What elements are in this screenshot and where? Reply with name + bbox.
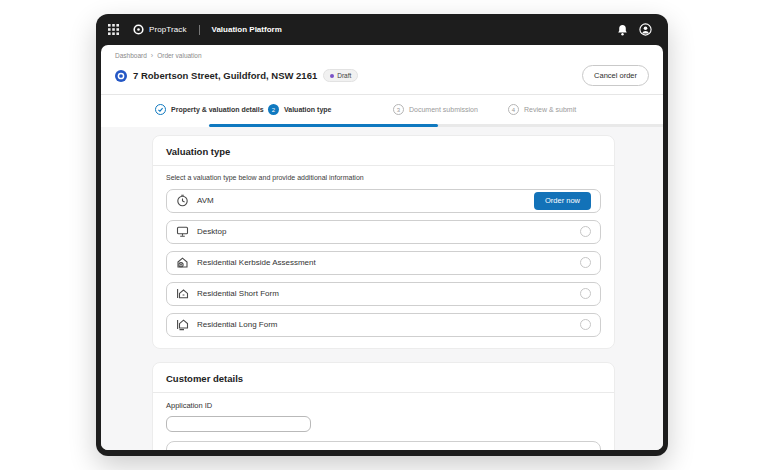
- clock-icon: [176, 194, 189, 207]
- order-header: 7 Robertson Street, Guildford, NSW 2161 …: [101, 62, 663, 94]
- breadcrumb-dashboard[interactable]: Dashboard: [115, 52, 147, 59]
- navbar-divider: [199, 25, 200, 35]
- proptrack-ring-icon: [133, 24, 144, 35]
- customer-card-title: Customer details: [166, 373, 601, 384]
- option-row-desktop[interactable]: Desktop: [166, 220, 601, 244]
- house-kerbside-icon: [176, 256, 189, 269]
- order-now-button[interactable]: Order now: [534, 192, 591, 210]
- step-label: Property & valuation details: [171, 106, 264, 113]
- option-label: Residential Long Form: [197, 320, 277, 329]
- option-row-avm[interactable]: AVM Order now: [166, 189, 601, 213]
- step-number: 2: [268, 104, 279, 115]
- status-badge: Draft: [323, 69, 358, 82]
- notifications-bell-icon[interactable]: [617, 24, 628, 36]
- step-review-submit[interactable]: 4 Review & submit: [508, 104, 576, 115]
- property-address: 7 Robertson Street, Guildford, NSW 2161: [133, 70, 317, 81]
- step-valuation-type[interactable]: 2 Valuation type: [268, 104, 393, 115]
- breadcrumb-order-valuation: Order valuation: [157, 52, 201, 59]
- page-content: Dashboard › Order valuation 7 Robertson …: [101, 45, 663, 450]
- valuation-type-card: Valuation type Select a valuation type b…: [152, 135, 615, 349]
- valuation-card-title: Valuation type: [166, 146, 601, 157]
- step-complete-check-icon: [155, 104, 166, 115]
- step-property-valuation-details[interactable]: Property & valuation details: [155, 104, 268, 115]
- option-label: Desktop: [197, 227, 226, 236]
- breadcrumb-separator: ›: [151, 52, 153, 59]
- option-row-residential-short-form[interactable]: Residential Short Form: [166, 282, 601, 306]
- card-divider: [153, 165, 614, 166]
- step-number: 4: [508, 104, 519, 115]
- desktop-icon: [176, 225, 189, 238]
- customer-details-card: Customer details Application ID First na…: [152, 362, 615, 451]
- option-label: Residential Short Form: [197, 289, 279, 298]
- app-title: Valuation Platform: [212, 25, 282, 34]
- step-document-submission[interactable]: 3 Document submission: [393, 104, 508, 115]
- option-radio[interactable]: [580, 257, 591, 268]
- wizard-stepper: Property & valuation details 2 Valuation…: [101, 95, 663, 127]
- status-badge-label: Draft: [337, 72, 351, 79]
- apps-grid-icon[interactable]: [108, 24, 119, 35]
- proptrack-logo[interactable]: PropTrack: [133, 24, 187, 35]
- option-radio[interactable]: [580, 288, 591, 299]
- application-id-input[interactable]: [166, 416, 311, 432]
- property-pin-icon: [115, 70, 127, 82]
- option-label: Residential Kerbside Assessment: [197, 258, 316, 267]
- main-area: Valuation type Select a valuation type b…: [101, 127, 663, 451]
- user-avatar-icon[interactable]: [639, 23, 652, 36]
- house-long-form-icon: [176, 318, 189, 331]
- option-row-residential-long-form[interactable]: Residential Long Form: [166, 313, 601, 337]
- option-row-residential-kerbside[interactable]: Residential Kerbside Assessment: [166, 251, 601, 275]
- option-label: AVM: [197, 196, 214, 205]
- valuation-card-subtitle: Select a valuation type below and provid…: [166, 174, 601, 181]
- customer-name-group: First name* Last name* Preferred contact…: [166, 441, 601, 450]
- option-radio[interactable]: [580, 226, 591, 237]
- app-window: PropTrack Valuation Platform D: [96, 14, 668, 456]
- cancel-order-button[interactable]: Cancel order: [582, 65, 649, 86]
- option-radio[interactable]: [580, 319, 591, 330]
- top-navbar: PropTrack Valuation Platform: [101, 14, 663, 45]
- card-divider: [153, 392, 614, 393]
- breadcrumb: Dashboard › Order valuation: [101, 45, 663, 62]
- application-id-label: Application ID: [166, 401, 601, 410]
- house-short-form-icon: [176, 287, 189, 300]
- brand-name: PropTrack: [149, 25, 187, 34]
- step-label: Valuation type: [284, 106, 331, 113]
- step-label: Document submission: [409, 106, 478, 113]
- status-dot-icon: [330, 74, 334, 78]
- step-number: 3: [393, 104, 404, 115]
- step-label: Review & submit: [524, 106, 576, 113]
